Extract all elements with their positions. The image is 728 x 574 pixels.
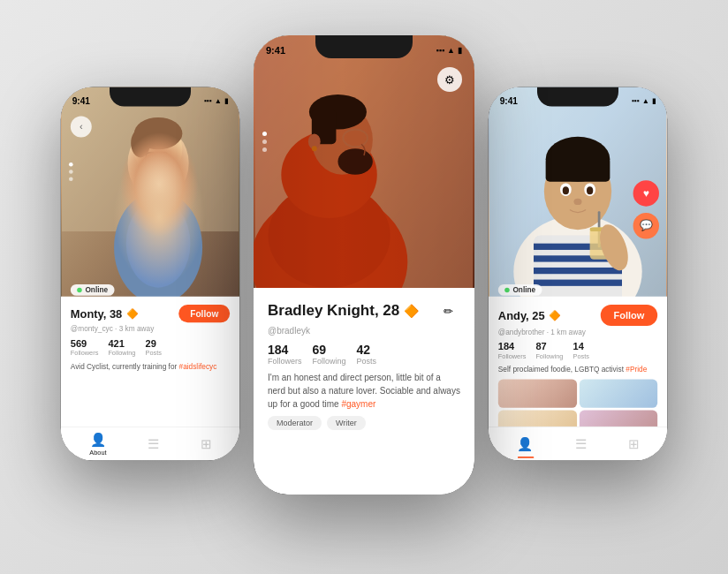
svg-point-19 (337, 148, 372, 175)
online-dot-right (504, 287, 510, 292)
tab-person-right[interactable]: 👤 (517, 436, 533, 451)
dot-2-left (69, 170, 73, 175)
hashtag-left: #aidslifecyc (179, 362, 217, 370)
svg-point-21 (308, 133, 321, 149)
dots-nav-center (262, 132, 267, 152)
dot-3-left (69, 177, 73, 182)
tags-row-center: Moderator Writer (268, 416, 460, 430)
tab-person-left[interactable]: 👤 About (89, 432, 106, 457)
following-label-center: Following (313, 357, 346, 366)
svg-point-9 (114, 192, 202, 304)
hashtag-right: #Pride (626, 366, 647, 374)
gear-button-center[interactable]: ⚙ (437, 67, 462, 92)
name-row-center: Bradley Knight, 28 🔶 ✏ (268, 298, 460, 323)
svg-point-4 (134, 117, 183, 149)
time-left: 9:41 (72, 96, 90, 106)
hashtag-center: #gaymer (341, 399, 375, 409)
svg-rect-29 (534, 268, 622, 274)
followers-label-left: Followers (71, 349, 98, 356)
svg-rect-30 (534, 280, 622, 286)
followers-label-right: Followers (498, 352, 526, 359)
dot-1-left (69, 162, 73, 167)
phone-right: 9:41 ▪▪▪ ▲ ▮ (489, 87, 667, 460)
svg-rect-7 (158, 153, 168, 160)
heart-button-right[interactable]: ♥ (633, 180, 659, 206)
wifi-center: ▲ (447, 46, 455, 55)
stats-row-right: 184 Followers 87 Following 14 Posts (498, 341, 657, 359)
followers-num-center: 184 (268, 343, 288, 357)
svg-point-16 (312, 105, 373, 175)
stat-following-left: 421 Following (108, 337, 135, 356)
posts-label-left: Posts (146, 349, 162, 356)
status-icons-right: ▪▪▪ ▲ ▮ (632, 96, 656, 104)
svg-point-13 (254, 193, 407, 288)
stat-following-center: 69 Following (313, 343, 346, 366)
tag-writer: Writer (327, 416, 366, 430)
signal-left: ▪▪▪ (204, 96, 212, 104)
svg-point-2 (128, 127, 189, 200)
name-age-right: Andy, 25 🔶 (498, 308, 561, 321)
chat-button-right[interactable]: 💬 (633, 213, 659, 238)
battery-left: ▮ (224, 96, 229, 104)
follow-button-right[interactable]: Follow (601, 305, 657, 326)
battery-right: ▮ (652, 96, 656, 104)
tab-grid-right[interactable]: ⊞ (628, 436, 639, 451)
name-row-left: Monty, 38 🔶 Follow (71, 305, 230, 322)
handle-center: @bradleyk (268, 326, 460, 336)
signal-right: ▪▪▪ (632, 96, 640, 104)
svg-rect-6 (146, 153, 155, 160)
stats-row-center: 184 Followers 69 Following 42 Posts (268, 343, 460, 366)
phone-left: 9:41 ▪▪▪ ▲ ▮ (61, 87, 239, 460)
stat-followers-center: 184 Followers (268, 343, 302, 366)
battery-center: ▮ (458, 46, 462, 55)
followers-num-left: 569 (71, 337, 87, 349)
posts-num-left: 29 (146, 337, 156, 349)
phone-center: 9:41 ▪▪▪ ▲ ▮ (254, 35, 474, 495)
tab-grid-left[interactable]: ⊞ (201, 436, 211, 451)
notch-center (315, 35, 413, 58)
name-row-right: Andy, 25 🔶 Follow (498, 305, 657, 326)
edit-button-center[interactable]: ✏ (436, 298, 460, 323)
status-icons-center: ▪▪▪ ▲ ▮ (436, 46, 463, 55)
back-button-left[interactable]: ‹ (71, 117, 92, 138)
verified-icon-left: 🔶 (126, 307, 139, 319)
posts-label-right: Posts (573, 352, 589, 359)
bottom-tabs-left: 👤 About ☰ ⊞ (61, 427, 239, 461)
svg-point-20 (343, 130, 368, 147)
signal-center: ▪▪▪ (436, 46, 445, 55)
bio-left: Avid Cyclist, currently training for #ai… (71, 361, 230, 372)
profile-info-left: Monty, 38 🔶 Follow @monty_cyc · 3 km awa… (61, 296, 239, 460)
name-age-left: Monty, 38 🔶 (71, 306, 139, 320)
following-label-left: Following (108, 349, 135, 356)
svg-point-37 (587, 186, 593, 194)
profile-info-center: Bradley Knight, 28 🔶 ✏ @bradleyk 184 Fol… (254, 288, 474, 495)
notch-left (110, 87, 191, 106)
svg-point-38 (573, 199, 581, 205)
stat-followers-left: 569 Followers (71, 337, 98, 356)
following-num-center: 69 (313, 343, 327, 357)
svg-point-22 (312, 146, 317, 151)
stat-posts-left: 29 Posts (146, 337, 162, 356)
following-num-left: 421 (108, 337, 124, 349)
stat-posts-center: 42 Posts (357, 343, 377, 366)
verified-icon-center: 🔶 (404, 304, 419, 318)
handle-right: @andybrother · 1 km away (498, 328, 657, 336)
tab-list-left[interactable]: ☰ (148, 436, 159, 451)
handle-left: @monty_cyc · 3 km away (71, 325, 230, 333)
online-badge-left: Online (71, 284, 115, 296)
follow-button-left[interactable]: Follow (178, 305, 230, 322)
tag-moderator: Moderator (268, 416, 322, 430)
name-age-center: Bradley Knight, 28 🔶 (268, 302, 419, 320)
wifi-left: ▲ (215, 96, 222, 104)
verified-icon-right: 🔶 (549, 309, 561, 321)
svg-point-36 (563, 186, 569, 194)
svg-point-14 (269, 184, 391, 288)
tab-list-right[interactable]: ☰ (575, 436, 587, 451)
following-label-right: Following (535, 352, 563, 359)
svg-point-5 (131, 129, 150, 158)
online-dot-left (77, 287, 82, 292)
photo-center: ⚙ (254, 35, 474, 288)
stat-followers-right: 184 Followers (498, 341, 526, 359)
photo-right: Online ♥ 💬 (489, 87, 667, 303)
svg-point-15 (281, 131, 376, 218)
